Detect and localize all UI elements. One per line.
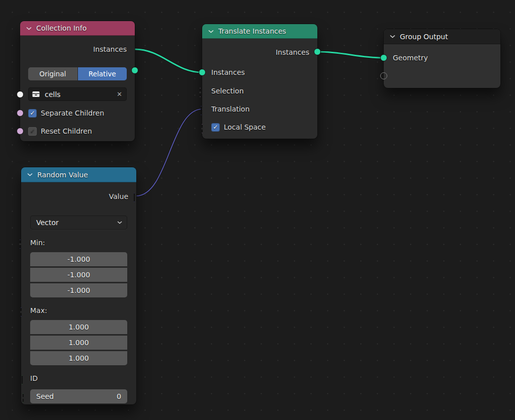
input-translation-row: Translation (211, 104, 249, 114)
input-selection-row: Selection (211, 86, 244, 96)
local-space-checkbox[interactable]: ✓ (211, 123, 220, 132)
random-value-header[interactable]: Random Value (21, 167, 136, 182)
node-title: Random Value (37, 171, 88, 179)
output-instances-label: Instances (276, 48, 309, 56)
input-socket-selection[interactable] (200, 88, 201, 97)
output-value-label: Value (109, 192, 128, 200)
output-socket-instances[interactable] (131, 67, 138, 74)
max-y-field[interactable]: 1.000 (30, 336, 127, 350)
reset-children-label: Reset Children (41, 127, 92, 135)
reset-children-checkbox[interactable]: ✓ (28, 127, 37, 136)
input-socket-reset-children[interactable] (17, 128, 24, 135)
node-collection-info[interactable]: Collection Info Instances Original Relat… (20, 21, 135, 141)
input-socket-geometry[interactable] (380, 54, 387, 61)
max-x-value: 1.000 (68, 323, 89, 331)
input-geometry-label: Geometry (393, 54, 428, 62)
node-group-output[interactable]: Group Output Geometry (384, 29, 500, 88)
local-space-row: ✓ Local Space (211, 122, 266, 132)
min-z-field[interactable]: -1.000 (30, 283, 127, 297)
separate-children-checkbox[interactable]: ✓ (28, 109, 37, 118)
reset-children-row: ✓ Reset Children (28, 126, 92, 136)
seed-label: Seed (36, 392, 54, 400)
output-socket-value[interactable] (134, 193, 135, 202)
min-label: Min: (30, 239, 45, 247)
translate-instances-header[interactable]: Translate Instances (202, 24, 317, 39)
collapse-chevron-icon[interactable] (26, 27, 32, 30)
max-z-value: 1.000 (68, 354, 89, 362)
local-space-label: Local Space (224, 123, 266, 131)
collection-info-header[interactable]: Collection Info (20, 21, 135, 36)
input-socket-translation[interactable] (201, 106, 202, 115)
input-instances-row: Instances (211, 67, 245, 77)
input-socket-max[interactable] (21, 307, 22, 317)
input-socket-id[interactable] (22, 375, 23, 384)
max-x-field[interactable]: 1.000 (30, 320, 127, 334)
min-y-value: -1.000 (67, 271, 90, 279)
node-translate-instances[interactable]: Translate Instances Instances Instances … (202, 24, 317, 139)
input-translation-label: Translation (211, 105, 249, 113)
input-socket-min[interactable] (20, 240, 21, 249)
collection-picker-field[interactable]: cells ✕ (28, 87, 127, 101)
collapse-chevron-icon[interactable] (208, 30, 214, 33)
data-type-value: Vector (36, 219, 59, 227)
max-y-value: 1.000 (68, 339, 89, 347)
mode-relative-button[interactable]: Relative (78, 67, 127, 80)
input-socket-local-space[interactable] (202, 124, 203, 133)
node-title: Group Output (400, 33, 448, 41)
output-instances-label: Instances (93, 45, 127, 53)
node-title: Translate Instances (218, 27, 286, 35)
min-x-value: -1.000 (67, 255, 90, 263)
max-row: Max: (21, 305, 47, 316)
min-x-field[interactable]: -1.000 (30, 252, 127, 266)
input-selection-label: Selection (211, 87, 244, 95)
separate-children-row: ✓ Separate Children (28, 108, 104, 118)
input-geometry-row: Geometry (393, 53, 428, 63)
clear-collection-icon[interactable]: ✕ (117, 90, 122, 98)
node-title: Collection Info (36, 24, 87, 32)
id-row: ID (21, 373, 38, 383)
collapse-chevron-icon[interactable] (390, 35, 395, 38)
collapse-chevron-icon[interactable] (27, 173, 33, 176)
input-instances-label: Instances (211, 68, 245, 76)
input-socket-seed[interactable] (23, 393, 24, 402)
mode-original-button[interactable]: Original (28, 67, 77, 80)
seed-value: 0 (117, 392, 121, 400)
min-y-field[interactable]: -1.000 (30, 268, 127, 282)
group-output-header[interactable]: Group Output (384, 29, 500, 44)
id-label: ID (30, 374, 38, 382)
link-vector-wire[interactable] (136, 109, 202, 196)
collection-name-value[interactable]: cells (45, 90, 117, 98)
input-socket-collection[interactable] (17, 91, 24, 98)
separate-children-label: Separate Children (41, 109, 104, 117)
dropdown-chevron-icon (117, 221, 122, 224)
collection-icon (32, 90, 40, 98)
input-socket-separate-children[interactable] (17, 110, 24, 117)
output-socket-instances[interactable] (314, 48, 321, 55)
seed-field[interactable]: Seed 0 (30, 389, 127, 403)
min-row: Min: (21, 238, 45, 248)
link-geometry-wire[interactable] (317, 52, 384, 58)
min-z-value: -1.000 (67, 286, 90, 294)
collection-mode-segmented: Original Relative (28, 67, 127, 80)
max-z-field[interactable]: 1.000 (30, 351, 127, 365)
max-label: Max: (30, 306, 47, 314)
link-geometry-wire[interactable] (135, 49, 202, 72)
input-socket-instances[interactable] (199, 69, 206, 76)
input-socket-virtual[interactable] (380, 72, 387, 79)
data-type-dropdown[interactable]: Vector (30, 216, 127, 230)
node-random-value[interactable]: Random Value Value Vector Min: -1.000 -1… (21, 167, 136, 404)
